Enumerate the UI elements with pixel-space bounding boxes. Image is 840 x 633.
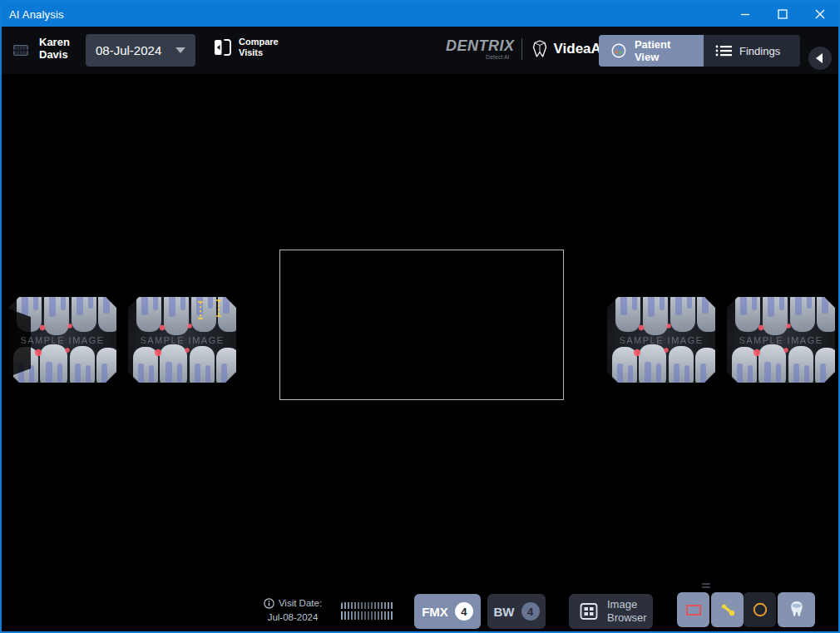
image-browser-label: Image Browser xyxy=(607,598,652,624)
visit-date-dropdown-value: 08-Jul-2024 xyxy=(96,43,161,57)
patient-view-tab[interactable]: Patient View xyxy=(599,35,704,67)
brand-logos: DENTRIX Detect AI VideaAI xyxy=(446,37,605,60)
orange-circle-icon xyxy=(751,601,769,619)
videa-logo: VideaAI xyxy=(531,39,605,59)
patient-circle-dots-icon xyxy=(610,42,627,60)
app-window: AI Analysis Karen Davis 08-Jul-2024 xyxy=(0,0,840,633)
xray-thumbnail-2[interactable]: SAMPLE IMAGE xyxy=(128,297,236,383)
caries-box-tool-button[interactable] xyxy=(677,592,709,627)
svg-text:SAMPLE IMAGE: SAMPLE IMAGE xyxy=(140,335,224,345)
xray-thumbnail-3[interactable]: SAMPLE IMAGE xyxy=(607,297,715,383)
patient-view-label: Patient View xyxy=(635,38,692,63)
minimize-icon xyxy=(740,9,750,19)
header-toolbar: Karen Davis 08-Jul-2024 Compare Visits D… xyxy=(2,27,838,74)
visit-date-label: Visit Date: xyxy=(279,596,322,611)
image-browser-button[interactable]: Image Browser xyxy=(569,594,653,629)
xray-thumbnail-1[interactable]: SAMPLE IMAGE xyxy=(8,297,116,383)
visit-date-info: Visit Date: Jul-08-2024 xyxy=(254,596,332,626)
arrow-left-icon xyxy=(816,53,823,63)
compare-visits-button[interactable]: Compare Visits xyxy=(214,37,285,58)
measurement-tool-button[interactable] xyxy=(711,592,744,627)
window-controls xyxy=(726,2,838,27)
tooth-tool-button[interactable] xyxy=(778,592,815,627)
minimize-button[interactable] xyxy=(726,2,763,27)
videa-wordmark: VideaAI xyxy=(554,41,605,57)
info-icon xyxy=(264,598,274,609)
brand-separator xyxy=(521,38,522,60)
dentrix-logo: DENTRIX Detect AI xyxy=(446,37,515,60)
close-button[interactable] xyxy=(801,2,838,27)
toolbar-drag-handle[interactable] xyxy=(702,583,710,590)
yellow-bone-level-icon xyxy=(719,601,737,619)
fmx-label: FMX xyxy=(422,605,448,619)
window-title: AI Analysis xyxy=(2,8,64,21)
upper-arch-row xyxy=(341,602,394,609)
grid-icon xyxy=(579,601,599,621)
tooth-chart-grid-icon[interactable] xyxy=(13,45,28,56)
chevron-down-icon xyxy=(175,47,185,53)
compare-visits-icon xyxy=(214,38,231,57)
compare-visits-label: Compare Visits xyxy=(239,37,285,58)
tooth-icon xyxy=(786,599,808,621)
full-mouth-teeth-strip-icon[interactable] xyxy=(341,602,394,620)
maximize-icon xyxy=(778,9,788,19)
close-icon xyxy=(815,9,825,19)
dentrix-wordmark: DENTRIX xyxy=(446,37,515,55)
empty-image-placeholder[interactable] xyxy=(279,250,564,400)
bw-count-badge: 4 xyxy=(521,602,540,621)
titlebar: AI Analysis xyxy=(2,2,838,27)
visit-date-dropdown[interactable]: 08-Jul-2024 xyxy=(86,34,195,67)
svg-text:SAMPLE IMAGE: SAMPLE IMAGE xyxy=(739,335,823,345)
findings-label: Findings xyxy=(739,45,780,57)
svg-text:SAMPLE IMAGE: SAMPLE IMAGE xyxy=(20,335,104,345)
fmx-count-badge: 4 xyxy=(455,602,473,621)
findings-tab[interactable]: Findings xyxy=(704,35,800,67)
xray-thumbnail-4[interactable]: SAMPLE IMAGE xyxy=(727,297,835,383)
view-toggle-group: Patient View Findings xyxy=(599,35,800,67)
bw-button[interactable]: BW 4 xyxy=(487,594,546,629)
tooth-outline-icon xyxy=(531,39,549,59)
circle-annotation-tool-button[interactable] xyxy=(744,592,776,627)
maximize-button[interactable] xyxy=(763,2,801,27)
bw-label: BW xyxy=(494,605,515,619)
visit-date-value: Jul-08-2024 xyxy=(254,611,332,625)
red-rectangle-icon xyxy=(684,601,704,618)
patient-name[interactable]: Karen Davis xyxy=(39,37,76,62)
collapse-panel-button[interactable] xyxy=(808,47,832,70)
list-icon xyxy=(715,44,732,57)
lower-arch-row xyxy=(341,611,394,620)
fmx-button[interactable]: FMX 4 xyxy=(414,594,481,629)
dentrix-detect-ai-label: Detect AI xyxy=(446,54,515,60)
svg-text:SAMPLE IMAGE: SAMPLE IMAGE xyxy=(619,335,703,345)
